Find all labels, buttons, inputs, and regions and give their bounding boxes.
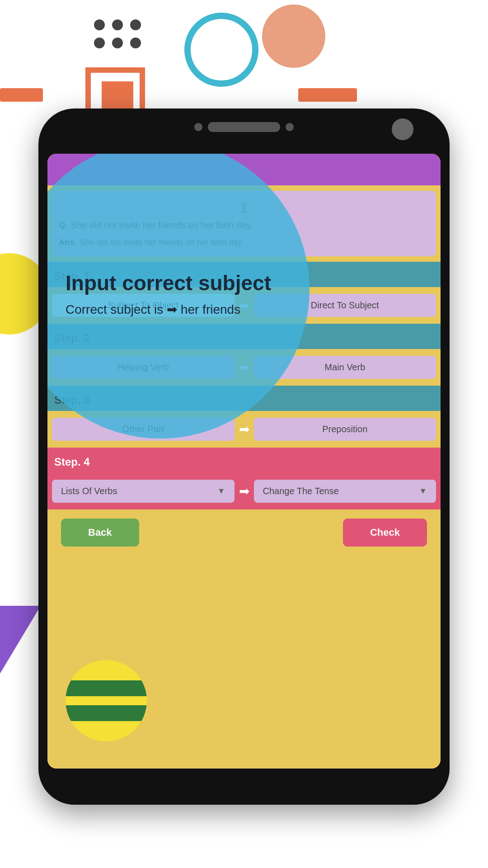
phone-speaker: [208, 122, 280, 132]
phone-top-bar: [194, 122, 294, 132]
yellow-circle-decoration: [66, 660, 147, 741]
check-button[interactable]: Check: [343, 519, 427, 547]
bottom-section: Back Check: [47, 509, 441, 556]
svg-rect-10: [0, 88, 43, 102]
svg-point-5: [130, 38, 141, 48]
step4-btn2[interactable]: Change The Tense ▼: [254, 480, 436, 503]
svg-point-6: [188, 16, 255, 84]
step4-btn1[interactable]: Lists Of Verbs ▼: [52, 480, 235, 503]
phone-dot-2: [286, 123, 294, 131]
step3-btn2[interactable]: Preposition: [254, 418, 436, 441]
back-button[interactable]: Back: [61, 519, 139, 547]
svg-rect-11: [298, 88, 357, 102]
circle-stripe-1: [66, 680, 147, 696]
svg-marker-19: [0, 606, 41, 674]
circle-stripe-2: [66, 705, 147, 721]
step4-title: Step. 4: [54, 456, 90, 468]
divider-4: [47, 448, 441, 451]
svg-rect-9: [102, 81, 133, 111]
circle-gap: [66, 696, 147, 705]
svg-point-3: [94, 38, 105, 48]
step4-header: Step. 4: [47, 451, 441, 473]
dropdown-arrow-2: ▼: [419, 486, 427, 496]
screen-wrapper: 1 Q. She did not invite her friends on h…: [47, 154, 441, 769]
step4-content: Lists Of Verbs ▼ ➡ Change The Tense ▼: [47, 473, 441, 509]
popup-subtitle: Correct subject is ➡ her friends: [66, 302, 282, 317]
app-content: 1 Q. She did not invite her friends on h…: [47, 154, 441, 769]
svg-point-0: [94, 19, 105, 30]
phone-dot-1: [194, 123, 202, 131]
phone-frame: 1 Q. She did not invite her friends on h…: [38, 108, 450, 805]
svg-point-1: [112, 19, 123, 30]
phone-screen: 1 Q. She did not invite her friends on h…: [47, 154, 441, 769]
svg-point-2: [130, 19, 141, 30]
step4-arrow: ➡: [239, 484, 249, 499]
svg-point-4: [112, 38, 123, 48]
step3-arrow: ➡: [239, 422, 249, 437]
phone-camera: [392, 118, 413, 140]
popup-arrow: ➡: [167, 302, 181, 316]
popup-title: Input correct subject: [66, 271, 282, 295]
dropdown-arrow-1: ▼: [217, 486, 225, 496]
svg-point-7: [262, 5, 325, 68]
